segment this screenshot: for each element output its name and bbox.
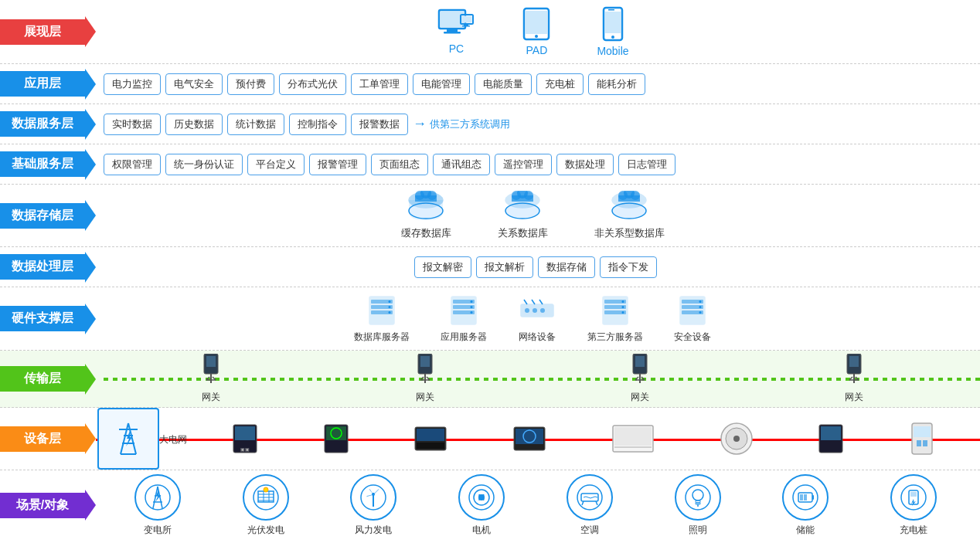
scene-storage: 储能 xyxy=(782,474,829,537)
svg-rect-21 xyxy=(415,195,437,202)
app-tag-4: 工单管理 xyxy=(351,73,408,95)
svg-point-39 xyxy=(389,306,391,308)
svg-rect-7 xyxy=(462,25,470,27)
power-tower-icon xyxy=(110,420,147,457)
bs-tag-7: 数据处理 xyxy=(556,154,614,175)
meter-2 xyxy=(413,426,447,452)
gateway-2: 网关 xyxy=(628,354,652,404)
presentation-content: PC PAD Mobile xyxy=(85,0,980,63)
meter-7-icon xyxy=(909,422,935,456)
bs-tag-3: 报警管理 xyxy=(309,154,366,175)
svg-point-59 xyxy=(622,300,624,303)
svg-rect-33 xyxy=(618,195,640,202)
scene-ac-label: 空调 xyxy=(580,524,599,537)
scene-lighting-label: 照明 xyxy=(689,524,707,537)
scene-lighting: 照明 xyxy=(675,474,721,537)
svg-rect-124 xyxy=(917,440,921,446)
presentation-layer: 展现层 PC xyxy=(0,0,980,64)
motor-icon: M xyxy=(468,483,495,511)
svg-rect-5 xyxy=(462,16,472,23)
basicservice-label: 基础服务层 xyxy=(0,151,85,177)
ds-tag-1: 历史数据 xyxy=(165,114,223,135)
meter-4 xyxy=(611,424,655,453)
nosql-db-label: 非关系型数据库 xyxy=(594,226,665,240)
svg-rect-70 xyxy=(206,356,216,367)
device-label: 设备层 xyxy=(0,426,85,452)
scene-motor-label: 电机 xyxy=(472,524,491,537)
svg-point-68 xyxy=(699,311,702,314)
svg-text:M: M xyxy=(478,494,485,502)
hw-label-4: 安全设备 xyxy=(674,331,711,344)
hw-label-0: 数据库服务器 xyxy=(354,331,410,344)
svg-rect-160 xyxy=(804,494,807,500)
ds-tag-0: 实时数据 xyxy=(104,114,161,135)
svg-line-127 xyxy=(153,487,158,508)
transport-label: 传输层 xyxy=(0,366,85,392)
application-label: 应用层 xyxy=(0,71,85,97)
app-tag-3: 分布式光伏 xyxy=(279,73,346,95)
scene-charger: 充电桩 xyxy=(890,474,937,537)
svg-point-45 xyxy=(471,300,473,303)
dp-tag-1: 报文解析 xyxy=(476,256,533,278)
solar-icon xyxy=(252,483,280,511)
svg-rect-2 xyxy=(447,29,458,32)
dp-tag-3: 指令下发 xyxy=(600,256,657,278)
pad-icon xyxy=(522,7,550,41)
app-tag-6: 电能质量 xyxy=(475,73,532,95)
storage-circle xyxy=(782,474,829,521)
dataprocess-layer: 数据处理层 报文解密 报文解析 数据存储 指令下发 xyxy=(0,247,980,287)
supply-link: → 供第三方系统调用 xyxy=(413,116,510,132)
meter-2-icon xyxy=(413,426,447,452)
svg-rect-101 xyxy=(235,426,255,440)
scene-solar-label: 光伏发电 xyxy=(247,524,284,537)
ac-circle xyxy=(567,474,613,521)
svg-point-13 xyxy=(611,36,614,39)
dataservice-label: 数据服务层 xyxy=(0,111,85,137)
svg-rect-82 xyxy=(635,356,645,367)
mobile-icon xyxy=(602,6,624,42)
hw-0: 数据库服务器 xyxy=(354,293,410,344)
bs-tag-8: 日志管理 xyxy=(618,154,675,175)
svg-line-54 xyxy=(539,300,543,304)
ds-tag-4: 报警数据 xyxy=(351,114,408,135)
svg-rect-159 xyxy=(800,494,803,500)
cache-db: 缓存数据库 xyxy=(401,191,451,240)
scene-ac: 空调 xyxy=(567,474,613,537)
pad-label: PAD xyxy=(526,44,548,56)
lighting-circle xyxy=(675,474,721,521)
charger-circle xyxy=(890,474,937,521)
gateway-1: 网关 xyxy=(413,354,437,404)
dataprocess-content: 报文解密 报文解析 数据存储 指令下发 xyxy=(85,252,980,283)
svg-point-66 xyxy=(699,300,702,303)
relational-db: 关系数据库 xyxy=(498,191,548,240)
svg-rect-123 xyxy=(914,426,931,437)
cache-db-label: 缓存数据库 xyxy=(401,226,451,240)
svg-rect-108 xyxy=(417,429,444,441)
bs-tag-6: 遥控管理 xyxy=(495,154,552,175)
svg-line-150 xyxy=(596,501,597,505)
svg-rect-3 xyxy=(444,32,461,34)
svg-line-149 xyxy=(582,501,584,505)
gateway-2-icon xyxy=(628,354,652,389)
svg-rect-14 xyxy=(608,9,614,11)
big-grid-text: 大电网 xyxy=(159,433,187,446)
scene-substation: 变电所 xyxy=(134,474,181,537)
meter-1-icon xyxy=(323,422,349,456)
thirdparty-server-icon xyxy=(598,293,632,327)
meter-5 xyxy=(720,422,754,456)
meter-6 xyxy=(818,422,844,456)
app-tag-1: 电气安全 xyxy=(165,73,223,95)
bs-tag-5: 通讯组态 xyxy=(433,154,490,175)
big-grid-container xyxy=(85,408,159,470)
gateway-content: 网关 网关 xyxy=(85,351,980,407)
ds-tag-2: 统计数据 xyxy=(227,114,284,135)
mobile-device: Mobile xyxy=(597,6,628,57)
svg-rect-88 xyxy=(849,356,859,367)
gateway-1-icon xyxy=(413,354,437,389)
svg-text:▣▣: ▣▣ xyxy=(240,447,250,452)
scene-label: 场景/对象 xyxy=(0,493,85,518)
svg-point-51 xyxy=(540,308,545,313)
ac-icon xyxy=(576,483,604,511)
charger-icon xyxy=(900,483,927,511)
svg-point-161 xyxy=(901,485,926,510)
